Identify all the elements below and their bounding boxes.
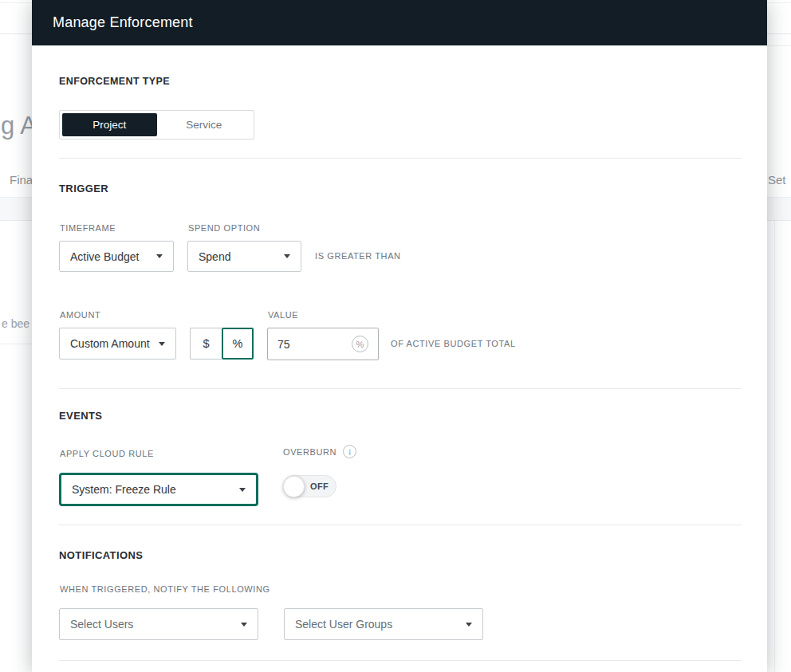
- enforcement-type-toggle: Project Service: [59, 110, 254, 140]
- select-user-groups-dropdown[interactable]: Select User Groups: [284, 608, 483, 640]
- enforcement-type-option-project[interactable]: Project: [62, 113, 157, 136]
- modal-title: Manage Enforcement: [53, 14, 193, 31]
- notify-following-label: WHEN TRIGGERED, NOTIFY THE FOLLOWING: [60, 584, 270, 594]
- cloud-rule-select-value: System: Freeze Rule: [72, 483, 233, 496]
- value-input[interactable]: [277, 338, 352, 351]
- dollar-unit-button[interactable]: $: [190, 328, 222, 360]
- percent-circle-icon: %: [352, 336, 368, 352]
- comparator-text: IS GREATER THAN: [315, 251, 401, 261]
- overburn-label-row: OVERBURN i: [283, 445, 356, 458]
- section-divider: [59, 660, 742, 661]
- percent-unit-button[interactable]: %: [222, 328, 254, 360]
- manage-enforcement-modal: Manage Enforcement ENFORCEMENT TYPE Proj…: [32, 0, 767, 672]
- amount-label: AMOUNT: [60, 310, 100, 320]
- section-divider: [59, 525, 742, 525]
- info-icon[interactable]: i: [343, 445, 356, 458]
- background-row-divider: [0, 344, 32, 344]
- background-right-divider: [767, 45, 791, 46]
- section-divider: [59, 388, 742, 389]
- timeframe-label: TIMEFRAME: [60, 223, 116, 233]
- overburn-label: OVERBURN: [283, 447, 336, 457]
- cloud-rule-select[interactable]: System: Freeze Rule: [59, 473, 258, 506]
- timeframe-select-value: Active Budget: [70, 250, 150, 263]
- background-tab-settings-fragment: Set: [768, 173, 786, 187]
- modal-header: Manage Enforcement: [32, 0, 767, 45]
- timeframe-select[interactable]: Active Budget: [59, 241, 174, 272]
- value-label: VALUE: [268, 310, 298, 320]
- spend-option-label: SPEND OPTION: [188, 223, 260, 233]
- amount-select[interactable]: Custom Amount: [59, 328, 176, 360]
- apply-cloud-rule-label: APPLY CLOUD RULE: [60, 449, 154, 458]
- chevron-down-icon: [239, 488, 246, 492]
- chevron-down-icon: [159, 342, 165, 346]
- select-user-groups-placeholder: Select User Groups: [295, 618, 459, 631]
- spend-option-select-value: Spend: [199, 250, 277, 263]
- value-suffix-text: OF ACTIVE BUDGET TOTAL: [391, 339, 516, 348]
- enforcement-type-label: ENFORCEMENT TYPE: [59, 76, 170, 87]
- chevron-down-icon: [241, 623, 247, 627]
- spend-option-select[interactable]: Spend: [187, 241, 301, 272]
- section-divider: [59, 158, 742, 159]
- enforcement-type-option-service[interactable]: Service: [157, 113, 252, 136]
- chevron-down-icon: [284, 254, 290, 258]
- toggle-knob: [283, 476, 305, 497]
- trigger-section-label: TRIGGER: [59, 183, 108, 195]
- overburn-toggle[interactable]: OFF: [283, 475, 336, 497]
- value-field: %: [267, 328, 379, 360]
- background-card-border: [774, 221, 775, 672]
- unit-toggle-group: $ %: [190, 328, 254, 360]
- background-text-fragment: e bee: [2, 317, 30, 330]
- notifications-section-label: NOTIFICATIONS: [59, 549, 143, 561]
- chevron-down-icon: [156, 254, 163, 258]
- select-users-placeholder: Select Users: [70, 618, 234, 631]
- select-users-dropdown[interactable]: Select Users: [59, 608, 258, 640]
- events-section-label: EVENTS: [59, 410, 102, 422]
- amount-select-value: Custom Amount: [70, 337, 152, 350]
- chevron-down-icon: [466, 623, 472, 627]
- overburn-state-label: OFF: [310, 481, 329, 491]
